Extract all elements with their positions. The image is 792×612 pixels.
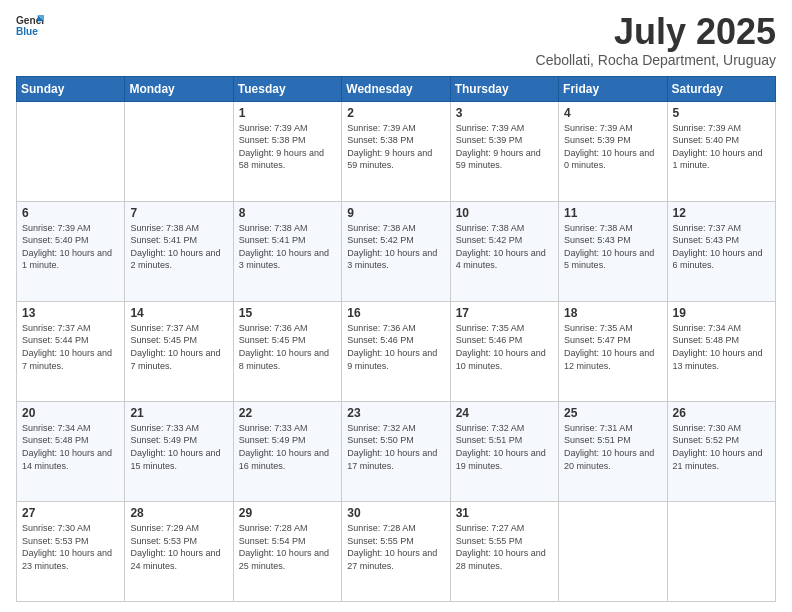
logo: General Blue xyxy=(16,12,44,40)
day-number: 20 xyxy=(22,406,119,420)
day-number: 8 xyxy=(239,206,336,220)
day-number: 15 xyxy=(239,306,336,320)
day-number: 18 xyxy=(564,306,661,320)
calendar-cell xyxy=(559,501,667,601)
day-number: 4 xyxy=(564,106,661,120)
day-number: 30 xyxy=(347,506,444,520)
day-info: Sunrise: 7:34 AM Sunset: 5:48 PM Dayligh… xyxy=(673,322,770,372)
day-info: Sunrise: 7:38 AM Sunset: 5:42 PM Dayligh… xyxy=(347,222,444,272)
day-number: 14 xyxy=(130,306,227,320)
calendar-cell: 3Sunrise: 7:39 AM Sunset: 5:39 PM Daylig… xyxy=(450,101,558,201)
calendar-week-5: 27Sunrise: 7:30 AM Sunset: 5:53 PM Dayli… xyxy=(17,501,776,601)
day-number: 28 xyxy=(130,506,227,520)
day-info: Sunrise: 7:32 AM Sunset: 5:51 PM Dayligh… xyxy=(456,422,553,472)
calendar-cell: 30Sunrise: 7:28 AM Sunset: 5:55 PM Dayli… xyxy=(342,501,450,601)
calendar-cell: 26Sunrise: 7:30 AM Sunset: 5:52 PM Dayli… xyxy=(667,401,775,501)
day-info: Sunrise: 7:36 AM Sunset: 5:46 PM Dayligh… xyxy=(347,322,444,372)
calendar-cell: 15Sunrise: 7:36 AM Sunset: 5:45 PM Dayli… xyxy=(233,301,341,401)
day-number: 29 xyxy=(239,506,336,520)
calendar-cell: 8Sunrise: 7:38 AM Sunset: 5:41 PM Daylig… xyxy=(233,201,341,301)
calendar-cell: 6Sunrise: 7:39 AM Sunset: 5:40 PM Daylig… xyxy=(17,201,125,301)
calendar-cell: 4Sunrise: 7:39 AM Sunset: 5:39 PM Daylig… xyxy=(559,101,667,201)
day-info: Sunrise: 7:35 AM Sunset: 5:46 PM Dayligh… xyxy=(456,322,553,372)
day-info: Sunrise: 7:30 AM Sunset: 5:53 PM Dayligh… xyxy=(22,522,119,572)
day-number: 3 xyxy=(456,106,553,120)
day-info: Sunrise: 7:33 AM Sunset: 5:49 PM Dayligh… xyxy=(239,422,336,472)
day-number: 11 xyxy=(564,206,661,220)
calendar-cell: 13Sunrise: 7:37 AM Sunset: 5:44 PM Dayli… xyxy=(17,301,125,401)
calendar-cell: 25Sunrise: 7:31 AM Sunset: 5:51 PM Dayli… xyxy=(559,401,667,501)
day-number: 1 xyxy=(239,106,336,120)
calendar-cell xyxy=(667,501,775,601)
calendar-cell: 5Sunrise: 7:39 AM Sunset: 5:40 PM Daylig… xyxy=(667,101,775,201)
day-info: Sunrise: 7:28 AM Sunset: 5:54 PM Dayligh… xyxy=(239,522,336,572)
header: General Blue July 2025 Cebollati, Rocha … xyxy=(16,12,776,68)
day-number: 10 xyxy=(456,206,553,220)
day-number: 12 xyxy=(673,206,770,220)
title-block: July 2025 Cebollati, Rocha Department, U… xyxy=(536,12,776,68)
calendar-cell: 24Sunrise: 7:32 AM Sunset: 5:51 PM Dayli… xyxy=(450,401,558,501)
day-info: Sunrise: 7:30 AM Sunset: 5:52 PM Dayligh… xyxy=(673,422,770,472)
svg-text:Blue: Blue xyxy=(16,26,38,37)
calendar-cell: 2Sunrise: 7:39 AM Sunset: 5:38 PM Daylig… xyxy=(342,101,450,201)
calendar-cell: 19Sunrise: 7:34 AM Sunset: 5:48 PM Dayli… xyxy=(667,301,775,401)
calendar-table: Sunday Monday Tuesday Wednesday Thursday… xyxy=(16,76,776,602)
day-info: Sunrise: 7:38 AM Sunset: 5:41 PM Dayligh… xyxy=(130,222,227,272)
calendar-cell: 14Sunrise: 7:37 AM Sunset: 5:45 PM Dayli… xyxy=(125,301,233,401)
calendar-cell: 23Sunrise: 7:32 AM Sunset: 5:50 PM Dayli… xyxy=(342,401,450,501)
subtitle: Cebollati, Rocha Department, Uruguay xyxy=(536,52,776,68)
col-tuesday: Tuesday xyxy=(233,76,341,101)
calendar-cell: 11Sunrise: 7:38 AM Sunset: 5:43 PM Dayli… xyxy=(559,201,667,301)
col-wednesday: Wednesday xyxy=(342,76,450,101)
calendar-cell: 22Sunrise: 7:33 AM Sunset: 5:49 PM Dayli… xyxy=(233,401,341,501)
calendar-cell: 17Sunrise: 7:35 AM Sunset: 5:46 PM Dayli… xyxy=(450,301,558,401)
calendar-cell: 18Sunrise: 7:35 AM Sunset: 5:47 PM Dayli… xyxy=(559,301,667,401)
day-info: Sunrise: 7:29 AM Sunset: 5:53 PM Dayligh… xyxy=(130,522,227,572)
day-number: 31 xyxy=(456,506,553,520)
col-saturday: Saturday xyxy=(667,76,775,101)
day-info: Sunrise: 7:34 AM Sunset: 5:48 PM Dayligh… xyxy=(22,422,119,472)
day-info: Sunrise: 7:33 AM Sunset: 5:49 PM Dayligh… xyxy=(130,422,227,472)
calendar-cell: 9Sunrise: 7:38 AM Sunset: 5:42 PM Daylig… xyxy=(342,201,450,301)
calendar-cell: 1Sunrise: 7:39 AM Sunset: 5:38 PM Daylig… xyxy=(233,101,341,201)
day-number: 9 xyxy=(347,206,444,220)
day-info: Sunrise: 7:39 AM Sunset: 5:40 PM Dayligh… xyxy=(22,222,119,272)
day-info: Sunrise: 7:38 AM Sunset: 5:41 PM Dayligh… xyxy=(239,222,336,272)
day-number: 17 xyxy=(456,306,553,320)
calendar-cell xyxy=(17,101,125,201)
calendar-week-1: 1Sunrise: 7:39 AM Sunset: 5:38 PM Daylig… xyxy=(17,101,776,201)
day-info: Sunrise: 7:38 AM Sunset: 5:43 PM Dayligh… xyxy=(564,222,661,272)
day-number: 25 xyxy=(564,406,661,420)
calendar-cell: 29Sunrise: 7:28 AM Sunset: 5:54 PM Dayli… xyxy=(233,501,341,601)
day-number: 21 xyxy=(130,406,227,420)
day-number: 5 xyxy=(673,106,770,120)
calendar-cell: 28Sunrise: 7:29 AM Sunset: 5:53 PM Dayli… xyxy=(125,501,233,601)
day-number: 2 xyxy=(347,106,444,120)
day-number: 22 xyxy=(239,406,336,420)
day-info: Sunrise: 7:32 AM Sunset: 5:50 PM Dayligh… xyxy=(347,422,444,472)
calendar-cell: 31Sunrise: 7:27 AM Sunset: 5:55 PM Dayli… xyxy=(450,501,558,601)
day-number: 6 xyxy=(22,206,119,220)
col-friday: Friday xyxy=(559,76,667,101)
day-info: Sunrise: 7:39 AM Sunset: 5:38 PM Dayligh… xyxy=(239,122,336,172)
day-number: 24 xyxy=(456,406,553,420)
day-info: Sunrise: 7:35 AM Sunset: 5:47 PM Dayligh… xyxy=(564,322,661,372)
logo-icon: General Blue xyxy=(16,12,44,40)
calendar-cell: 10Sunrise: 7:38 AM Sunset: 5:42 PM Dayli… xyxy=(450,201,558,301)
day-info: Sunrise: 7:38 AM Sunset: 5:42 PM Dayligh… xyxy=(456,222,553,272)
day-info: Sunrise: 7:27 AM Sunset: 5:55 PM Dayligh… xyxy=(456,522,553,572)
day-number: 23 xyxy=(347,406,444,420)
calendar-cell: 12Sunrise: 7:37 AM Sunset: 5:43 PM Dayli… xyxy=(667,201,775,301)
col-sunday: Sunday xyxy=(17,76,125,101)
day-number: 19 xyxy=(673,306,770,320)
day-info: Sunrise: 7:39 AM Sunset: 5:39 PM Dayligh… xyxy=(456,122,553,172)
day-number: 13 xyxy=(22,306,119,320)
main-title: July 2025 xyxy=(536,12,776,52)
day-info: Sunrise: 7:37 AM Sunset: 5:44 PM Dayligh… xyxy=(22,322,119,372)
day-info: Sunrise: 7:39 AM Sunset: 5:39 PM Dayligh… xyxy=(564,122,661,172)
calendar-cell: 20Sunrise: 7:34 AM Sunset: 5:48 PM Dayli… xyxy=(17,401,125,501)
calendar-cell: 21Sunrise: 7:33 AM Sunset: 5:49 PM Dayli… xyxy=(125,401,233,501)
calendar-week-4: 20Sunrise: 7:34 AM Sunset: 5:48 PM Dayli… xyxy=(17,401,776,501)
calendar-cell: 7Sunrise: 7:38 AM Sunset: 5:41 PM Daylig… xyxy=(125,201,233,301)
day-info: Sunrise: 7:31 AM Sunset: 5:51 PM Dayligh… xyxy=(564,422,661,472)
